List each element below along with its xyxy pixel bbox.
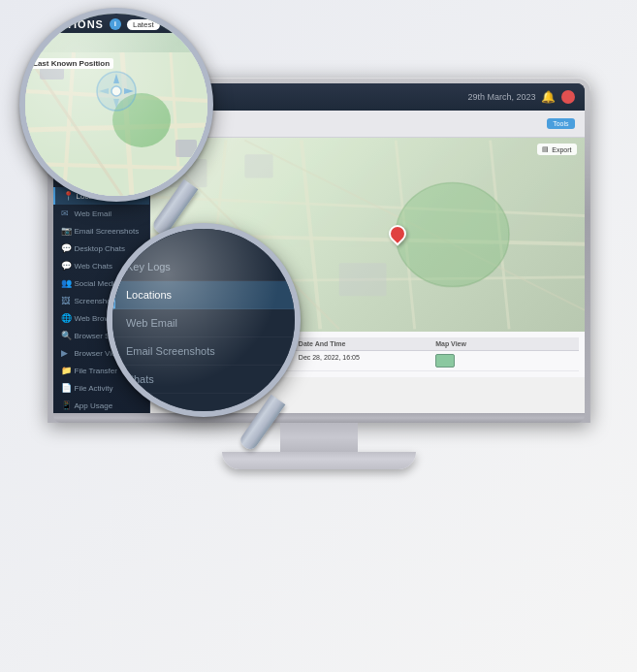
compass-icon [95, 70, 138, 112]
map-thumbnail[interactable] [435, 354, 455, 368]
webemail-menu-label: Web Email [126, 317, 177, 329]
monitor-bottom-bar [53, 413, 585, 423]
browsersearch-icon: 🔍 [61, 331, 71, 340]
svg-rect-11 [244, 154, 272, 177]
scene: 29th March, 2023 🔔 F ◈ Dat [0, 0, 637, 672]
content-header: Tools [150, 111, 585, 138]
magnifier-1: LOCATIONS i Latest History Last Known Po… [19, 8, 213, 202]
filetransfer-icon: 📁 [61, 366, 71, 375]
tools-button[interactable]: Tools [547, 118, 574, 129]
locations-menu-label: Locations [126, 289, 172, 301]
info-icon: i [110, 18, 121, 30]
keylogs-menu-label: Key Logs [126, 261, 171, 272]
map-pin [389, 225, 402, 242]
appusage-icon: 📱 [61, 400, 71, 410]
sidebar-item-label-emailscreenshots: Email Screenshots [75, 227, 140, 236]
sidebar-item-appusage[interactable]: 📱 App Usage [53, 397, 149, 413]
notification-icon[interactable]: 🔔 [542, 90, 556, 104]
mag2-content: Data ▼ Key Logs Locations Web Email Emai… [112, 229, 295, 411]
mag2-item-webemail[interactable]: Web Email [112, 309, 295, 337]
sidebar-item-label-desktopchat: Desktop Chats [75, 244, 125, 253]
export-button[interactable]: ▤ Export [537, 144, 576, 155]
col-mapview: Map View [435, 340, 572, 347]
export-icon: ▤ [542, 145, 549, 153]
mag1-header: LOCATIONS i Latest History [25, 14, 207, 33]
webbrowse-icon: 🌐 [61, 313, 71, 323]
svg-point-30 [111, 86, 121, 96]
fileactivity-icon: 📄 [61, 383, 71, 393]
zoom-in-button[interactable]: + [35, 169, 52, 186]
mag1-map-bg: + [25, 52, 207, 196]
chats-menu-label: Chats [126, 373, 154, 385]
tab-latest[interactable]: Latest [127, 19, 160, 30]
browserview-icon: ▶ [61, 348, 71, 358]
webemail-icon: ✉ [61, 208, 71, 218]
export-label: Export [552, 146, 571, 153]
sidebar-item-emailscreenshots[interactable]: 📷 Email Screenshots [53, 222, 149, 240]
desktopchat-icon: 💬 [61, 243, 71, 253]
mag2-item-locations[interactable]: Locations [112, 281, 295, 309]
mag2-item-emailscreenshots[interactable]: Email Screenshots [112, 337, 295, 366]
sidebar-item-label-webemail: Web Email [75, 209, 112, 218]
position-label: Last Known Position [29, 58, 113, 69]
tab-history[interactable]: History [164, 19, 200, 30]
mag1-title: LOCATIONS [33, 18, 104, 30]
mag2-item-chats[interactable]: Chats [112, 366, 295, 394]
header-date: 29th March, 2023 [467, 92, 535, 102]
svg-rect-24 [175, 140, 197, 157]
cell-datetime: Dec 28, 2022, 16:05 [299, 354, 435, 368]
sidebar-item-label-webchats: Web Chats [75, 262, 112, 271]
monitor-neck [280, 423, 358, 452]
close-button[interactable] [561, 90, 575, 104]
mag1-content: LOCATIONS i Latest History Last Known Po… [25, 14, 207, 196]
emailscreenshots-icon: 📷 [61, 226, 71, 236]
sidebar-item-label-filetransfer: File Transfer [75, 367, 117, 375]
monitor-base [222, 452, 416, 469]
mag1-tabs: Latest History [127, 19, 200, 30]
magnifier-2: Data ▼ Key Logs Locations Web Email Emai… [107, 223, 301, 417]
emailscreenshots-menu-label: Email Screenshots [126, 345, 215, 357]
screenshots-icon: 🖼 [61, 296, 71, 305]
sidebar-item-webemail[interactable]: ✉ Web Email [53, 205, 149, 222]
mag2-item-keylogs[interactable]: Key Logs [112, 253, 295, 281]
social-icon: 👥 [61, 278, 71, 288]
sidebar-item-label-appusage: App Usage [75, 401, 113, 410]
webchats-icon: 💬 [61, 261, 71, 271]
sidebar-item-label-fileactivity: File Activity [75, 384, 113, 393]
svg-point-9 [396, 182, 509, 286]
svg-rect-12 [338, 263, 386, 296]
col-datetime: Date And Time [299, 340, 435, 347]
